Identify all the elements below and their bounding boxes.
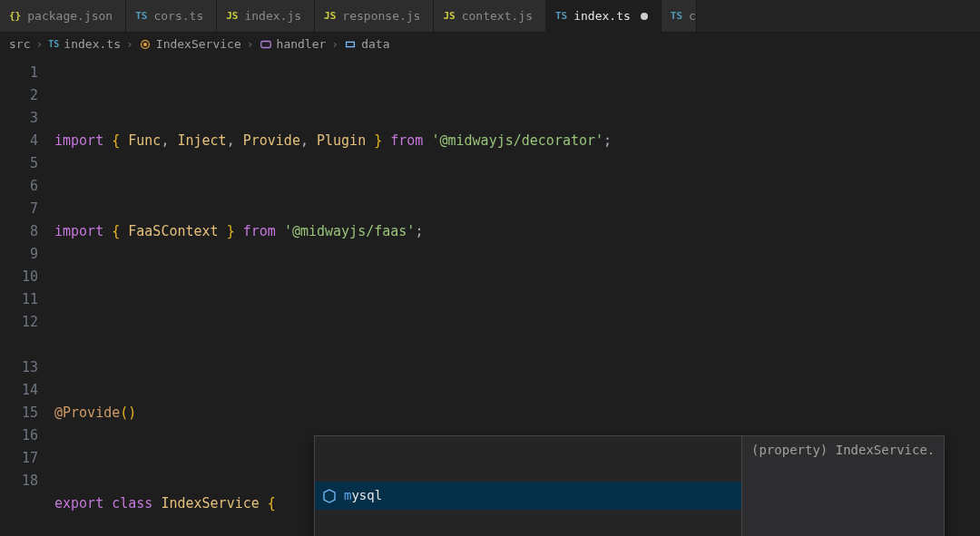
- autocomplete-item[interactable]: mysql: [315, 482, 741, 510]
- line-number: 11: [0, 288, 38, 311]
- breadcrumb-item[interactable]: handler: [260, 37, 327, 51]
- ts-icon: TS: [48, 39, 59, 49]
- dirty-indicator-icon: [641, 13, 648, 20]
- tab-index-ts[interactable]: TS index.ts: [546, 0, 662, 32]
- method-icon: [260, 38, 272, 51]
- json-icon: {}: [9, 10, 21, 22]
- autocomplete-detail: (property) IndexService.: [741, 436, 944, 536]
- breadcrumb-item[interactable]: src: [9, 37, 30, 51]
- line-number: 15: [0, 402, 38, 424]
- line-number: 12: [0, 311, 38, 334]
- breadcrumb[interactable]: src › TS index.ts › IndexService › handl…: [0, 33, 980, 56]
- field-icon: [322, 489, 337, 503]
- line-number: 1: [0, 62, 38, 84]
- svg-rect-2: [347, 42, 355, 46]
- chevron-right-icon: ›: [126, 37, 133, 51]
- variable-icon: [344, 38, 357, 51]
- line-number: 6: [0, 175, 38, 198]
- line-number: 3: [0, 107, 38, 130]
- ts-icon: TS: [671, 10, 682, 22]
- line-number: 9: [0, 243, 38, 266]
- tab-overflow[interactable]: TS c: [662, 0, 697, 32]
- breadcrumb-label: handler: [277, 37, 327, 51]
- tab-package-json[interactable]: {} package.json: [0, 0, 126, 32]
- chevron-right-icon: ›: [331, 37, 338, 51]
- autocomplete-label: mysql: [344, 484, 382, 507]
- tabs-bar: {} package.json TS cors.ts JS index.js J…: [0, 0, 980, 33]
- chevron-right-icon: ›: [247, 37, 254, 51]
- class-icon: [139, 38, 152, 51]
- js-icon: JS: [443, 10, 455, 22]
- tab-context-js[interactable]: JS context.js: [434, 0, 546, 32]
- svg-rect-1: [260, 41, 270, 47]
- tab-label: index.js: [244, 9, 301, 23]
- tab-index-js[interactable]: JS index.js: [217, 0, 315, 32]
- tab-label: response.js: [342, 9, 420, 23]
- breadcrumb-item[interactable]: IndexService: [139, 37, 241, 51]
- breadcrumb-label: index.ts: [64, 37, 121, 51]
- line-number: 13: [0, 356, 38, 379]
- tab-cors-ts[interactable]: TS cors.ts: [126, 0, 217, 32]
- breadcrumb-label: data: [361, 37, 389, 51]
- ts-icon: TS: [135, 10, 147, 22]
- code-content[interactable]: import { Func, Inject, Provide, Plugin }…: [54, 56, 980, 536]
- line-number: [0, 334, 38, 356]
- tab-label: c: [689, 9, 696, 23]
- line-number: 10: [0, 266, 38, 288]
- line-number: 2: [0, 84, 38, 107]
- tab-response-js[interactable]: JS response.js: [315, 0, 434, 32]
- code-editor[interactable]: 1 2 3 4 5 6 7 8 9 10 11 12 13 14 15 16 1…: [0, 56, 980, 536]
- chevron-right-icon: ›: [35, 37, 43, 51]
- tab-label: index.ts: [573, 9, 631, 23]
- breadcrumb-item[interactable]: TS index.ts: [48, 37, 121, 51]
- line-number: 7: [0, 198, 38, 220]
- line-number: 18: [0, 470, 38, 492]
- line-number: 5: [0, 152, 38, 175]
- autocomplete-list: mysql: [315, 436, 741, 536]
- line-number: 16: [0, 424, 38, 447]
- line-number: 14: [0, 379, 38, 402]
- line-number: 8: [0, 220, 38, 243]
- js-icon: JS: [226, 10, 238, 22]
- ts-icon: TS: [555, 10, 567, 22]
- js-icon: JS: [324, 10, 336, 22]
- tab-label: cors.ts: [153, 9, 203, 23]
- breadcrumb-label: src: [9, 37, 30, 51]
- line-number: 4: [0, 130, 38, 152]
- tab-label: package.json: [27, 9, 113, 23]
- autocomplete-popup[interactable]: mysql (property) IndexService.: [314, 435, 945, 536]
- tab-label: context.js: [462, 9, 533, 23]
- line-number-gutter: 1 2 3 4 5 6 7 8 9 10 11 12 13 14 15 16 1…: [0, 56, 54, 536]
- line-number: 17: [0, 447, 38, 470]
- breadcrumb-label: IndexService: [156, 37, 241, 51]
- breadcrumb-item[interactable]: data: [344, 37, 389, 51]
